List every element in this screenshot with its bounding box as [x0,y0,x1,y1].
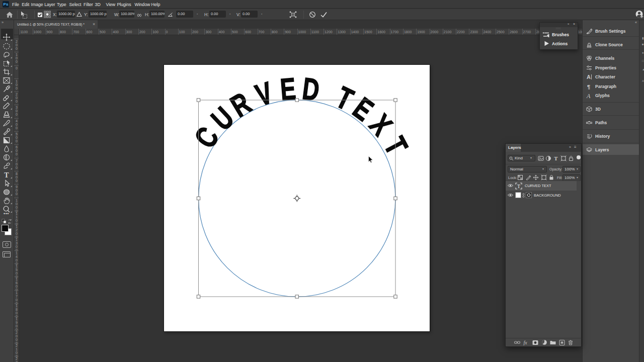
svg-text:T: T [4,171,9,179]
svg-text:T: T [554,155,558,161]
svg-text:T: T [517,183,520,189]
svg-text:fx: fx [524,340,528,345]
svg-text:A: A [586,93,591,99]
svg-text:¶: ¶ [587,83,590,89]
svg-text:A: A [587,74,591,80]
